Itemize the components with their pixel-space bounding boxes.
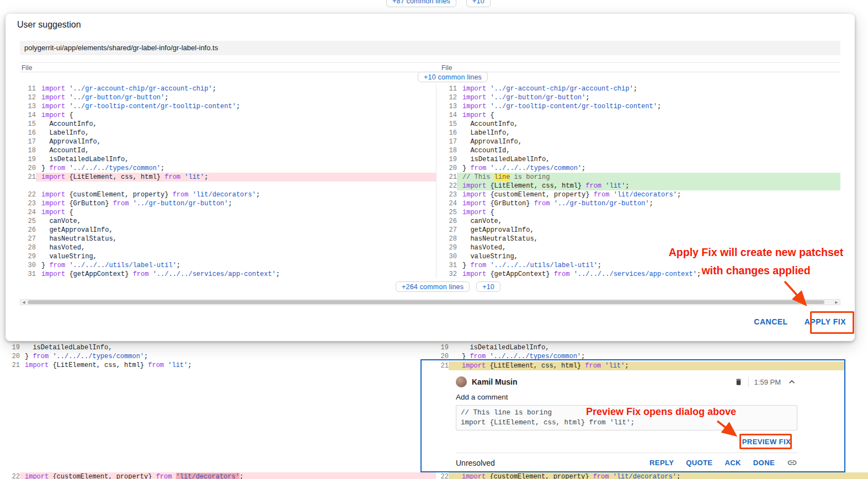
expand-common-lines-button[interactable]: +10 common lines [418, 72, 488, 82]
code-line: 20} from '../../../types/common'; [0, 352, 436, 361]
cancel-button[interactable]: CANCEL [754, 317, 787, 326]
line-number[interactable]: 24 [436, 199, 457, 208]
line-number[interactable]: 16 [20, 129, 36, 137]
done-button[interactable]: DONE [753, 459, 775, 467]
code-text: import {GrButton} from '../gr-button/gr-… [36, 199, 436, 208]
code-line: 13import '../gr-tooltip-content/gr-toolt… [436, 102, 840, 111]
line-number[interactable]: 13 [20, 102, 36, 111]
line-number[interactable]: 24 [20, 208, 36, 217]
line-number[interactable]: 30 [20, 261, 36, 270]
line-number[interactable]: 12 [436, 93, 457, 102]
line-number[interactable]: 22 [436, 182, 457, 190]
line-number[interactable]: 14 [436, 111, 457, 120]
line-number[interactable]: 15 [20, 120, 36, 129]
code-line: 28 hasNeutralStatus, [436, 235, 840, 243]
line-number[interactable]: 27 [436, 226, 457, 235]
line-number[interactable]: 28 [436, 235, 457, 243]
code-text: isDetailedLabelInfo, [449, 343, 868, 352]
code-line: 22import {customElement, property} from … [20, 190, 436, 199]
code-line: 14import { [436, 111, 840, 120]
trash-icon[interactable] [734, 377, 743, 386]
line-number[interactable]: 11 [436, 84, 457, 93]
line-number[interactable]: 26 [20, 226, 36, 235]
line-number[interactable]: 16 [436, 129, 457, 137]
line-number[interactable]: 23 [20, 199, 36, 208]
ack-button[interactable]: ACK [725, 459, 741, 467]
line-number[interactable]: 26 [436, 217, 457, 226]
code-text [36, 182, 436, 190]
comment-text[interactable]: Add a comment [456, 393, 797, 401]
line-number[interactable]: 21 [436, 173, 457, 182]
expand-common-lines-button[interactable]: +264 common lines [396, 281, 470, 292]
comment-thread-box: 21import {LitElement, css, html} from 'l… [420, 359, 845, 472]
line-number[interactable]: 12 [20, 93, 36, 102]
code-text: import '../gr-button/gr-button'; [36, 93, 436, 102]
code-line: 29 valueString, [20, 252, 436, 261]
chevron-up-icon[interactable] [786, 376, 797, 387]
line-number[interactable]: 31 [436, 261, 457, 270]
preview-fix-button[interactable]: PREVIEW FIX [742, 438, 791, 446]
line-number[interactable]: 22 [20, 190, 36, 199]
line-number[interactable]: 21 [20, 173, 36, 182]
link-icon[interactable] [787, 457, 797, 468]
code-line: 21import {LitElement, css, html} from 'l… [20, 173, 436, 182]
line-number[interactable]: 32 [436, 270, 457, 279]
line-number[interactable]: 13 [436, 102, 457, 111]
code-text: import { [457, 208, 840, 217]
line-number[interactable]: 19 [430, 343, 449, 352]
line-number[interactable]: 22 [0, 472, 20, 479]
code-text: } from '../../../utils/label-util'; [457, 261, 840, 270]
code-text: import {LitElement, css, html} from 'lit… [457, 182, 840, 190]
line-number[interactable]: 25 [20, 217, 36, 226]
code-line: 17 ApprovalInfo, [436, 137, 840, 146]
code-text: hasNeutralStatus, [36, 235, 436, 243]
line-number[interactable]: 15 [436, 120, 457, 129]
line-number[interactable] [20, 182, 36, 190]
line-number[interactable]: 19 [20, 155, 36, 164]
line-number[interactable]: 27 [20, 235, 36, 243]
line-number[interactable]: 30 [436, 252, 457, 261]
line-number[interactable]: 22 [430, 472, 449, 479]
line-number[interactable]: 11 [20, 84, 36, 93]
code-text: import {customElement, property} from 'l… [36, 190, 436, 199]
unresolved-status: Unresolved [456, 459, 495, 467]
scrollbar-thumb[interactable] [28, 300, 824, 304]
line-number[interactable]: 17 [436, 137, 457, 146]
line-number[interactable]: 17 [20, 137, 36, 146]
code-line: 31import {getAppContext} from '../../../… [20, 270, 436, 279]
line-number[interactable]: 14 [20, 111, 36, 120]
code-text: AccountId, [36, 146, 436, 155]
code-line: 21// This line is boring [436, 173, 840, 182]
background-right-cut-row: 22import {customElement, property} from … [430, 472, 868, 479]
line-number[interactable]: 18 [20, 146, 36, 155]
expand-common-lines-button[interactable]: +87 common lines [386, 0, 456, 7]
line-number[interactable]: 23 [436, 190, 457, 199]
line-number[interactable]: 20 [20, 164, 36, 173]
code-text: ApprovalInfo, [457, 137, 840, 146]
line-number[interactable]: 19 [436, 155, 457, 164]
apply-fix-button[interactable]: APPLY FIX [805, 317, 846, 326]
expand-more-lines-button[interactable]: +10 [466, 0, 491, 7]
line-number[interactable]: 28 [20, 243, 36, 252]
expand-more-lines-button[interactable]: +10 [476, 281, 500, 292]
line-number[interactable]: 21 [422, 361, 449, 370]
horizontal-scrollbar[interactable]: ◀ ▶ [20, 299, 840, 305]
line-number[interactable]: 25 [436, 208, 457, 217]
line-number[interactable]: 21 [0, 361, 20, 370]
line-number[interactable]: 29 [436, 243, 457, 252]
code-text: AccountId, [457, 146, 840, 155]
line-number[interactable]: 20 [436, 164, 457, 173]
line-number[interactable]: 29 [20, 252, 36, 261]
line-number[interactable]: 18 [436, 146, 457, 155]
diff-header: File File [20, 62, 840, 72]
line-number[interactable]: 19 [0, 343, 20, 352]
code-line: 18 AccountId, [20, 146, 436, 155]
scroll-right-arrow-icon[interactable]: ▶ [833, 300, 840, 305]
line-number[interactable]: 31 [20, 270, 36, 279]
quote-button[interactable]: QUOTE [686, 459, 712, 467]
code-line: 15 AccountInfo, [436, 120, 840, 129]
background-left-cut-row: 22import {customElement, property} from … [0, 472, 436, 479]
line-number[interactable]: 20 [0, 352, 20, 361]
scroll-left-arrow-icon[interactable]: ◀ [20, 300, 27, 305]
reply-button[interactable]: REPLY [649, 459, 674, 467]
